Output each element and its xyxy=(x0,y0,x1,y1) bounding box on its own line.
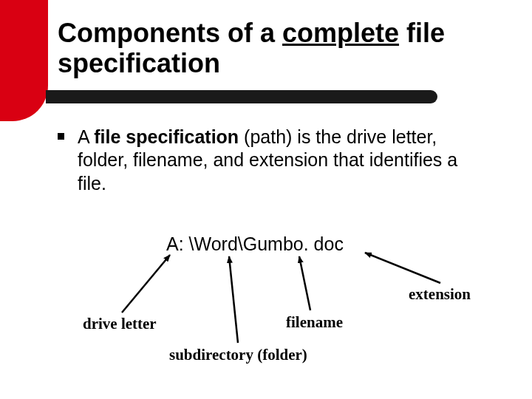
label-subdir: subdirectory (folder) xyxy=(169,346,307,364)
bullet-text: A file specification (path) is the drive… xyxy=(78,126,486,195)
svg-line-3 xyxy=(299,256,310,310)
slide-title: Components of a complete file specificat… xyxy=(58,18,508,79)
label-filename: filename xyxy=(286,313,343,332)
label-extension: extension xyxy=(409,285,471,304)
bullet-item: A file specification (path) is the drive… xyxy=(58,126,486,195)
bullet-lead: A xyxy=(78,126,94,147)
accent-shape xyxy=(0,0,48,121)
example-path: A: \Word\Gumbo. doc xyxy=(166,233,344,255)
bullet-bold: file specification xyxy=(94,126,239,147)
svg-line-1 xyxy=(122,255,170,313)
svg-line-2 xyxy=(229,256,238,343)
divider-bar xyxy=(46,90,437,103)
label-drive: drive letter xyxy=(83,315,157,333)
title-underlined: complete xyxy=(282,18,399,48)
bullet-icon xyxy=(58,133,64,140)
svg-line-4 xyxy=(365,253,440,283)
title-prefix: Components of a xyxy=(58,18,282,48)
bullet-list: A file specification (path) is the drive… xyxy=(58,126,486,195)
